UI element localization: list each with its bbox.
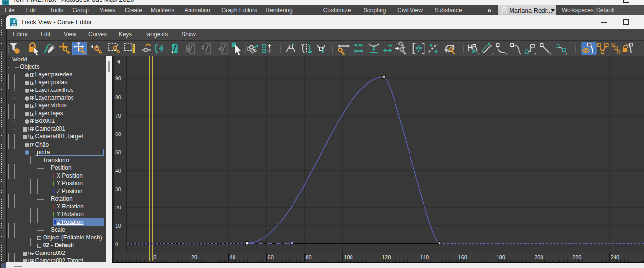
svg-text:3: 3 xyxy=(13,19,15,24)
svg-text:A: A xyxy=(472,48,476,55)
svg-text:MAX: MAX xyxy=(12,24,16,26)
